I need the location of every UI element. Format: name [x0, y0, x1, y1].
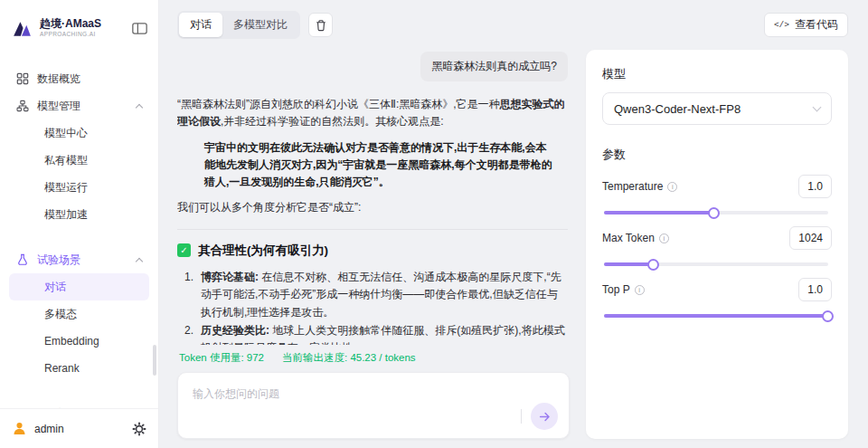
- sidebar-nav: 数据概览 模型管理 模型中心 私有模型 模型运行: [0, 52, 158, 408]
- settings-panel: 模型 Qwen3-Coder-Next-FP8 参数 Temperature 1…: [586, 50, 848, 439]
- code-icon: </>: [774, 20, 789, 30]
- max-token-slider[interactable]: [604, 262, 828, 266]
- param-name-label: Max Token: [602, 232, 655, 244]
- sidebar: 趋境·AMaaS APPROACHING.AI 数据概览: [0, 0, 159, 448]
- input-divider: [521, 409, 522, 424]
- info-icon: [635, 285, 645, 295]
- sidebar-item-label: 数据概览: [37, 71, 80, 87]
- token-usage-label: Token 使用量:: [179, 352, 244, 363]
- sidebar-item-model-run[interactable]: 模型运行: [9, 174, 149, 201]
- chevron-up-icon: [136, 258, 143, 265]
- sidebar-group-label: 试验场景: [37, 253, 80, 268]
- sidebar-item-model-accelerate[interactable]: 模型加速: [9, 201, 149, 228]
- param-temperature: Temperature 1.0: [602, 175, 832, 214]
- model-section-label: 模型: [602, 66, 832, 82]
- slider-handle[interactable]: [822, 310, 834, 322]
- answer-quote: 宇宙中的文明在彼此无法确认对方是否善意的情况下,出于生存本能,会本能地先发制人消…: [204, 139, 553, 192]
- trash-icon: [315, 19, 327, 32]
- grid-icon: [16, 72, 29, 85]
- slider-handle[interactable]: [647, 259, 659, 271]
- sidebar-item-label: 多模态: [44, 307, 77, 322]
- hierarchy-icon: [16, 100, 29, 112]
- app-window: 趋境·AMaaS APPROACHING.AI 数据概览: [0, 0, 868, 448]
- param-max-token: Max Token 1024: [602, 226, 832, 266]
- token-stats: Token 使用量: 972 当前输出速度: 45.23 / tokens: [177, 345, 570, 372]
- logo-row: 趋境·AMaaS APPROACHING.AI: [0, 0, 158, 52]
- sidebar-item-multimodal[interactable]: 多模态: [9, 300, 149, 328]
- chevron-down-icon: [813, 102, 822, 111]
- view-code-label: 查看代码: [795, 17, 838, 33]
- sidebar-scrollbar-thumb[interactable]: [153, 345, 156, 376]
- output-speed-value: 45.23 / tokens: [350, 352, 415, 363]
- top-p-slider[interactable]: [604, 314, 828, 318]
- slider-handle[interactable]: [708, 207, 720, 219]
- model-select-value: Qwen3-Coder-Next-FP8: [614, 102, 741, 116]
- content-area: 黑暗森林法则真的成立吗? “黑暗森林法则”源自刘慈欣的科幻小说《三体Ⅱ:黑暗森林…: [177, 50, 848, 439]
- temperature-slider[interactable]: [604, 211, 828, 214]
- tab-chat[interactable]: 对话: [179, 13, 222, 37]
- list-item: 1.博弈论基础: 在信息不对称、相互无法信任、沟通成本极高的星际尺度下,“先动手…: [183, 269, 568, 321]
- sidebar-item-label: 私有模型: [44, 153, 88, 168]
- message-list: 黑暗森林法则真的成立吗? “黑暗森林法则”源自刘慈欣的科幻小说《三体Ⅱ:黑暗森林…: [177, 50, 570, 345]
- answer-paragraph: 我们可以从多个角度分析它是否“成立”:: [177, 199, 568, 216]
- info-icon: [659, 234, 669, 243]
- sidebar-footer: admin: [0, 408, 158, 448]
- info-icon: [667, 182, 677, 192]
- sidebar-item-embedding[interactable]: Embedding: [9, 328, 149, 355]
- sidebar-item-model-center[interactable]: 模型中心: [9, 119, 149, 147]
- app-logo-icon: [11, 17, 33, 40]
- input-actions: [521, 403, 558, 430]
- clear-chat-button[interactable]: [308, 13, 333, 37]
- assistant-message: “黑暗森林法则”源自刘慈欣的科幻小说《三体Ⅱ:黑暗森林》,它是一种思想实验式的理…: [177, 96, 568, 345]
- sidebar-group-model-management[interactable]: 模型管理: [9, 92, 149, 119]
- sidebar-collapse-button[interactable]: [130, 20, 149, 37]
- token-usage-value: 972: [247, 352, 264, 363]
- list-item: 2.历史经验类比: 地球上人类文明接触常伴随征服、排斥(如殖民扩张),将此模式投…: [183, 322, 568, 345]
- app-subtitle: APPROACHING.AI: [40, 32, 101, 38]
- chat-column: 黑暗森林法则真的成立吗? “黑暗森林法则”源自刘慈欣的科幻小说《三体Ⅱ:黑暗森林…: [177, 50, 570, 439]
- chat-input[interactable]: [191, 386, 483, 401]
- sidebar-group-experiment-scenarios[interactable]: 试验场景: [9, 246, 149, 273]
- main-area: 对话 多模型对比 </> 查看代码 黑暗森林法则真的成立吗?: [159, 0, 868, 448]
- param-top-p: Top P 1.0: [602, 278, 832, 318]
- params-section-label: 参数: [602, 147, 832, 163]
- sidebar-item-api-keys[interactable]: API密钥: [9, 400, 149, 408]
- send-button[interactable]: [531, 403, 558, 430]
- sidebar-item-rerank[interactable]: Rerank: [9, 355, 149, 382]
- arrow-right-icon: [538, 410, 552, 424]
- app-title: 趋境·AMaaS: [40, 18, 101, 30]
- sidebar-item-label: 对话: [44, 280, 66, 295]
- user-message-bubble: 黑暗森林法则真的成立吗?: [420, 52, 568, 81]
- topbar: 对话 多模型对比 </> 查看代码: [177, 11, 848, 39]
- section-heading: ✓ 其合理性(为何有吸引力): [177, 241, 568, 261]
- chat-input-card: [177, 372, 570, 439]
- tab-multi-model-compare[interactable]: 多模型对比: [222, 13, 298, 37]
- view-code-button[interactable]: </> 查看代码: [764, 13, 848, 37]
- sidebar-item-label: 模型运行: [44, 180, 88, 195]
- chevron-up-icon: [136, 104, 143, 111]
- param-value-input[interactable]: 1.0: [798, 278, 832, 301]
- sidebar-group-label: 模型管理: [37, 99, 80, 114]
- sidebar-item-label: Embedding: [44, 335, 99, 348]
- sidebar-item-label: 模型加速: [44, 207, 88, 223]
- param-value-input[interactable]: 1.0: [798, 175, 832, 198]
- key-icon: [16, 407, 29, 408]
- sidebar-item-chat[interactable]: 对话: [9, 273, 149, 300]
- sidebar-item-data-overview[interactable]: 数据概览: [9, 65, 149, 92]
- answer-paragraph: “黑暗森林法则”源自刘慈欣的科幻小说《三体Ⅱ:黑暗森林》,它是一种思想实验式的理…: [177, 96, 568, 131]
- settings-gear-icon[interactable]: [132, 422, 146, 436]
- param-name-label: Top P: [602, 283, 630, 296]
- green-check-icon: ✓: [177, 243, 191, 257]
- flask-icon: [16, 253, 29, 266]
- user-avatar-icon: [12, 421, 27, 436]
- model-select[interactable]: Qwen3-Coder-Next-FP8: [602, 92, 832, 125]
- section-divider: [177, 229, 568, 230]
- section-title: 其合理性(为何有吸引力): [198, 241, 328, 261]
- username-label: admin: [34, 423, 64, 435]
- sidebar-item-label: API密钥: [37, 406, 76, 409]
- sidebar-item-label: 模型中心: [44, 126, 88, 141]
- mode-tabs: 对话 多模型对比: [177, 11, 300, 39]
- answer-list: 1.博弈论基础: 在信息不对称、相互无法信任、沟通成本极高的星际尺度下,“先动手…: [183, 269, 568, 345]
- sidebar-item-private-models[interactable]: 私有模型: [9, 147, 149, 174]
- param-value-input[interactable]: 1024: [789, 226, 832, 250]
